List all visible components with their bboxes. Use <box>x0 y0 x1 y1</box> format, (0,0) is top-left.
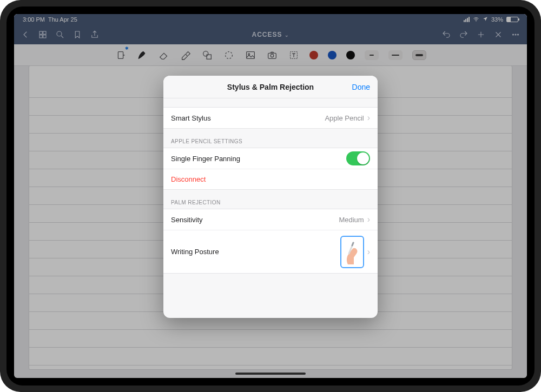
stylus-settings-modal: Stylus & Palm Rejection Done Smart Stylu… <box>163 76 378 318</box>
sensitivity-row[interactable]: Sensitivity Medium › <box>163 209 378 230</box>
palm-section: Sensitivity Medium › Writing Posture <box>163 209 378 274</box>
modal-title: Stylus & Palm Rejection <box>227 83 314 91</box>
smart-stylus-row[interactable]: Smart Stylus Apple Pencil › <box>163 108 378 128</box>
smart-stylus-value: Apple Pencil <box>325 114 364 122</box>
posture-label: Writing Posture <box>171 248 219 256</box>
pencil-section-header: APPLE PENCIL SETTINGS <box>163 129 378 148</box>
ipad-bezel: 3:00 PM Thu Apr 25 33% <box>6 6 535 386</box>
single-finger-panning-row[interactable]: Single Finger Panning <box>163 148 378 169</box>
disconnect-row[interactable]: Disconnect <box>163 169 378 189</box>
ipad-frame: 3:00 PM Thu Apr 25 33% <box>0 0 541 392</box>
smart-stylus-label: Smart Stylus <box>171 114 211 122</box>
panning-label: Single Finger Panning <box>171 155 240 163</box>
smart-stylus-section: Smart Stylus Apple Pencil › <box>163 107 378 129</box>
sensitivity-value: Medium <box>339 216 364 224</box>
done-button[interactable]: Done <box>352 76 370 98</box>
modal-header: Stylus & Palm Rejection Done <box>163 76 378 98</box>
chevron-right-icon: › <box>367 114 370 122</box>
chevron-right-icon: › <box>367 248 370 256</box>
screen: 3:00 PM Thu Apr 25 33% <box>14 14 527 378</box>
writing-posture-row[interactable]: Writing Posture › <box>163 230 378 273</box>
disconnect-button[interactable]: Disconnect <box>171 175 206 183</box>
sensitivity-label: Sensitivity <box>171 216 203 224</box>
pencil-section: Single Finger Panning Disconnect <box>163 148 378 190</box>
chevron-right-icon: › <box>367 215 370 224</box>
posture-illustration <box>340 236 364 268</box>
panning-toggle[interactable] <box>346 151 370 165</box>
palm-section-header: PALM REJECTION <box>163 190 378 209</box>
home-indicator[interactable] <box>235 373 306 375</box>
